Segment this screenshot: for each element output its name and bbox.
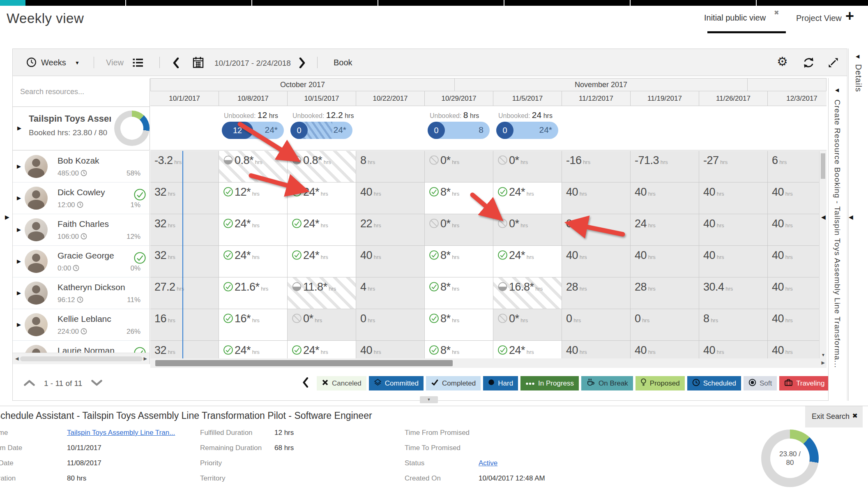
calendar-icon[interactable] bbox=[192, 56, 204, 70]
grid-cell[interactable]: 24* hrs bbox=[288, 214, 356, 246]
resource-row[interactable]: ▶ Bob Kozak 485:0058% bbox=[13, 151, 150, 183]
grid-cell[interactable]: 0.8* hrs bbox=[288, 151, 356, 183]
expand-icon[interactable]: ▶ bbox=[17, 163, 21, 169]
chevron-down-icon[interactable]: ▼ bbox=[75, 60, 80, 66]
legend-chip-proposed[interactable]: Proposed bbox=[635, 376, 685, 390]
legend-scroll-left-icon[interactable] bbox=[302, 377, 309, 389]
exit-search-button[interactable]: Exit Search ✖ bbox=[805, 406, 863, 427]
grid-cell[interactable]: 16 hrs bbox=[150, 309, 219, 341]
grid-horizontal-scrollbar[interactable]: ▶ bbox=[150, 358, 827, 368]
grid-cell[interactable]: 40 hrs bbox=[768, 277, 827, 309]
expand-group-icon[interactable]: ▶ bbox=[17, 125, 21, 131]
grid-vertical-scrollbar[interactable]: ▼ bbox=[819, 151, 827, 358]
collapse-right-panel-icon[interactable]: ◀ bbox=[821, 214, 826, 220]
grid-cell[interactable]: 11.8* hrs bbox=[288, 277, 356, 309]
grid-cell[interactable]: 0* hrs bbox=[288, 309, 356, 341]
legend-chip-committed[interactable]: Committed bbox=[369, 376, 424, 390]
resource-row[interactable]: ▶ Dick Cowley 12:001% bbox=[13, 183, 150, 214]
expand-icon[interactable]: ▶ bbox=[17, 258, 21, 264]
grid-cell[interactable]: 16.8* hrs bbox=[493, 277, 562, 309]
resource-row[interactable]: ▶ Gracie George 0:000% bbox=[13, 246, 150, 277]
previous-range-icon[interactable] bbox=[173, 58, 179, 70]
grid-cell[interactable]: 8* hrs bbox=[425, 246, 493, 277]
grid-cell[interactable]: 40 hrs bbox=[356, 246, 425, 277]
grid-cell[interactable]: 0* hrs bbox=[493, 151, 562, 183]
grid-cell[interactable]: -71.3 hrs bbox=[631, 151, 699, 183]
details-side-tab[interactable]: ◀ Details bbox=[848, 49, 868, 401]
expand-icon[interactable]: ▶ bbox=[17, 321, 21, 328]
grid-cell[interactable]: 0 hrs bbox=[562, 309, 631, 341]
grid-cell[interactable]: 8* hrs bbox=[425, 309, 493, 341]
resource-group-row[interactable]: ▶ Tailspin Toys Assem... Booked hrs: 23.… bbox=[13, 107, 150, 150]
scrollbar-thumb[interactable] bbox=[20, 356, 143, 361]
grid-cell[interactable]: 40 hrs bbox=[562, 183, 631, 214]
grid-cell[interactable]: 24* hrs bbox=[493, 246, 562, 277]
search-input[interactable] bbox=[20, 88, 139, 96]
panel-splitter-handle[interactable]: ▼ bbox=[420, 396, 438, 403]
field-value[interactable]: Tailspin Toys Assembly Line Tran... bbox=[67, 429, 175, 437]
view-label[interactable]: View bbox=[106, 58, 124, 67]
grid-cell[interactable]: 8* hrs bbox=[425, 341, 493, 358]
close-tab-icon[interactable]: ✖ bbox=[774, 9, 779, 16]
refresh-icon[interactable] bbox=[802, 56, 815, 71]
grid-cell[interactable]: -16 hrs bbox=[562, 151, 631, 183]
scrollbar-thumb[interactable] bbox=[821, 153, 825, 179]
unbooked-pill[interactable]: 024* bbox=[290, 122, 352, 139]
resource-row[interactable]: ▶ Katheryn Dickson 96:1211% bbox=[13, 277, 150, 309]
grid-cell[interactable]: 32 hrs bbox=[150, 341, 219, 358]
grid-cell[interactable]: 32 hrs bbox=[150, 246, 219, 277]
grid-cell[interactable]: 8 hrs bbox=[699, 309, 768, 341]
collapse-left-icon[interactable]: ◀ bbox=[856, 53, 859, 59]
grid-cell[interactable]: 24* hrs bbox=[219, 214, 288, 246]
scroll-down-icon[interactable]: ▼ bbox=[821, 353, 825, 357]
grid-cell[interactable]: 0* hrs bbox=[425, 151, 493, 183]
scroll-right-icon[interactable]: ▶ bbox=[144, 356, 147, 361]
grid-cell[interactable]: 40 hrs bbox=[768, 183, 827, 214]
grid-cell[interactable]: 27.2 hrs bbox=[150, 277, 219, 309]
grid-cell[interactable]: 40 hrs bbox=[768, 214, 827, 246]
grid-cell[interactable]: 28 hrs bbox=[562, 277, 631, 309]
tab-project-view[interactable]: Project View bbox=[796, 14, 842, 23]
grid-cell[interactable]: 24* hrs bbox=[219, 341, 288, 358]
resource-row[interactable]: ▶ Faith Charles 106:0012% bbox=[13, 214, 150, 246]
grid-cell[interactable]: 40 hrs bbox=[562, 341, 631, 358]
unbooked-pill[interactable]: 08 bbox=[428, 122, 490, 139]
time-scale-select[interactable]: Weeks bbox=[41, 58, 66, 67]
grid-cell[interactable]: 40 hrs bbox=[631, 183, 699, 214]
grid-cell[interactable]: 21.6* hrs bbox=[219, 277, 288, 309]
add-view-button[interactable]: + bbox=[845, 7, 854, 25]
legend-chip-completed[interactable]: Completed bbox=[426, 376, 481, 390]
grid-cell[interactable]: 0* hrs bbox=[493, 309, 562, 341]
grid-cell[interactable]: 0 hrs bbox=[356, 309, 425, 341]
grid-cell[interactable]: 24* hrs bbox=[493, 183, 562, 214]
expand-icon[interactable]: ▶ bbox=[17, 195, 21, 201]
page-up-icon[interactable] bbox=[24, 380, 35, 388]
page-down-icon[interactable] bbox=[91, 380, 102, 388]
expand-left-panel-icon[interactable]: ▶ bbox=[5, 214, 9, 220]
grid-cell[interactable]: 24 hrs bbox=[631, 214, 699, 246]
grid-cell[interactable]: 40 hrs bbox=[356, 341, 425, 358]
expand-icon[interactable]: ▶ bbox=[17, 290, 21, 296]
grid-cell[interactable]: 24* hrs bbox=[288, 341, 356, 358]
grid-cell[interactable]: 0* hrs bbox=[425, 214, 493, 246]
grid-cell[interactable]: 24* hrs bbox=[493, 341, 562, 358]
legend-chip-scheduled[interactable]: Scheduled bbox=[687, 376, 741, 390]
resource-list-scrollbar[interactable]: ◀ ▶ bbox=[13, 353, 150, 364]
grid-cell[interactable]: 40 hrs bbox=[768, 246, 827, 277]
scrollbar-thumb[interactable] bbox=[155, 360, 453, 366]
grid-cell[interactable]: 32 hrs bbox=[150, 183, 219, 214]
collapse-left-icon[interactable]: ◀ bbox=[835, 87, 839, 93]
grid-cell[interactable]: 40 hrs bbox=[699, 341, 768, 358]
tab-initial-public-view[interactable]: Initial public view bbox=[704, 13, 766, 23]
legend-chip-hard[interactable]: Hard bbox=[483, 376, 518, 390]
grid-cell[interactable]: 16* hrs bbox=[219, 309, 288, 341]
unbooked-pill[interactable]: 024* bbox=[496, 122, 558, 139]
grid-cell[interactable]: 24* hrs bbox=[288, 246, 356, 277]
grid-cell[interactable]: 30.4 hrs bbox=[699, 277, 768, 309]
legend-chip-traveling[interactable]: Traveling bbox=[779, 376, 829, 390]
grid-cell[interactable]: -3.2 hrs bbox=[150, 151, 219, 183]
unbooked-pill[interactable]: 1224* bbox=[222, 122, 284, 139]
legend-chip-on-break[interactable]: On Break bbox=[581, 376, 633, 390]
expand-icon[interactable]: ▶ bbox=[17, 226, 21, 233]
grid-cell[interactable]: 40 hrs bbox=[631, 246, 699, 277]
